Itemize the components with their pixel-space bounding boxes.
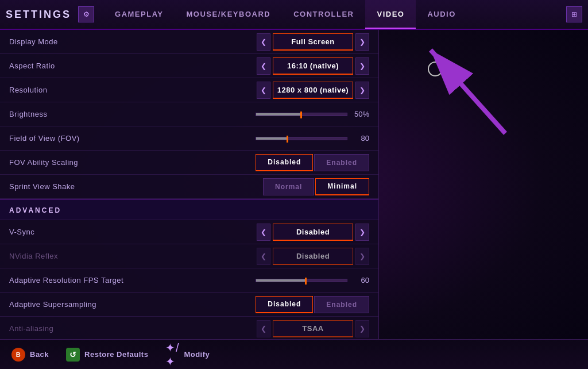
resolution-control: ❮ 1280 x 800 (native) ❯ bbox=[257, 82, 369, 99]
back-label: Back bbox=[30, 350, 49, 359]
adaptive-res-fps-fill bbox=[256, 279, 306, 282]
setting-aspect-ratio: Aspect Ratio ❮ 16:10 (native) ❯ bbox=[0, 54, 378, 78]
adaptive-res-fps-track[interactable] bbox=[256, 279, 347, 282]
anti-aliasing-value: TSAA bbox=[273, 320, 353, 337]
setting-adaptive-res-fps: Adaptive Resolution FPS Target 60 bbox=[0, 268, 378, 293]
display-mode-label: Display Mode bbox=[9, 37, 257, 46]
nvidia-reflex-control: ❮ Disabled ❯ bbox=[257, 248, 369, 265]
modify-btn-icon: ✦/✦ bbox=[165, 348, 179, 362]
advanced-section-header: ADVANCED bbox=[0, 199, 378, 220]
display-mode-right[interactable]: ❯ bbox=[355, 33, 369, 51]
restore-action[interactable]: ↺ Restore Defaults bbox=[66, 348, 148, 362]
aspect-ratio-left[interactable]: ❮ bbox=[257, 57, 270, 75]
circle-indicator bbox=[428, 62, 443, 76]
fov-ability-scaling-disabled[interactable]: Disabled bbox=[256, 154, 313, 171]
right-panel bbox=[379, 30, 588, 369]
anti-aliasing-right[interactable]: ❯ bbox=[355, 320, 369, 337]
restore-label: Restore Defaults bbox=[84, 350, 148, 359]
sprint-view-shake-normal[interactable]: Normal bbox=[263, 178, 314, 195]
app-container: SETTINGS ⚙ GAMEPLAY MOUSE/KEYBOARD CONTR… bbox=[0, 0, 588, 369]
vsync-left[interactable]: ❮ bbox=[257, 224, 270, 241]
vsync-value: Disabled bbox=[273, 224, 353, 241]
tab-controller[interactable]: CONTROLLER bbox=[282, 0, 365, 29]
aspect-ratio-control: ❮ 16:10 (native) ❯ bbox=[257, 57, 369, 75]
back-action[interactable]: B Back bbox=[11, 348, 49, 362]
adaptive-supersampling-disabled[interactable]: Disabled bbox=[256, 296, 313, 313]
display-mode-value: Full Screen bbox=[273, 33, 353, 51]
modify-action[interactable]: ✦/✦ Modify bbox=[165, 348, 210, 362]
adaptive-res-fps-control: 60 bbox=[256, 276, 369, 285]
nvidia-reflex-value: Disabled bbox=[273, 248, 353, 265]
settings-panel: Display Mode ❮ Full Screen ❯ Aspect Rati… bbox=[0, 30, 379, 369]
brightness-control: 50% bbox=[256, 110, 369, 118]
setting-brightness: Brightness 50% bbox=[0, 102, 378, 126]
adaptive-res-fps-label: Adaptive Resolution FPS Target bbox=[9, 276, 256, 285]
vsync-control: ❮ Disabled ❯ bbox=[257, 224, 369, 241]
brightness-value: 50% bbox=[352, 110, 369, 118]
brightness-track[interactable] bbox=[256, 113, 347, 116]
display-mode-control: ❮ Full Screen ❯ bbox=[257, 33, 369, 51]
tab-mouse-keyboard[interactable]: MOUSE/KEYBOARD bbox=[175, 0, 283, 29]
fov-control: 80 bbox=[256, 134, 369, 143]
aspect-ratio-label: Aspect Ratio bbox=[9, 62, 257, 70]
anti-aliasing-label: Anti-aliasing bbox=[9, 324, 257, 333]
fov-value: 80 bbox=[352, 134, 369, 143]
bottom-bar: B Back ↺ Restore Defaults ✦/✦ Modify bbox=[0, 339, 588, 369]
setting-display-mode: Display Mode ❮ Full Screen ❯ bbox=[0, 30, 378, 54]
restore-btn-icon: ↺ bbox=[66, 348, 80, 362]
sprint-view-shake-minimal[interactable]: Minimal bbox=[315, 178, 369, 195]
setting-fov-ability-scaling: FOV Ability Scaling Disabled Enabled bbox=[0, 151, 378, 175]
aspect-ratio-value: 16:10 (native) bbox=[273, 57, 353, 75]
sprint-view-shake-toggle: Normal Minimal bbox=[263, 178, 369, 195]
brightness-label: Brightness bbox=[9, 110, 256, 118]
brightness-fill bbox=[256, 113, 301, 116]
adaptive-res-fps-value: 60 bbox=[352, 276, 369, 285]
nvidia-reflex-label: NVidia Reflex bbox=[9, 252, 257, 260]
fov-track[interactable] bbox=[256, 137, 347, 140]
fov-label: Field of View (FOV) bbox=[9, 134, 256, 143]
nav-right-icon[interactable]: ⊞ bbox=[566, 6, 582, 22]
tab-gameplay[interactable]: GAMEPLAY bbox=[103, 0, 175, 29]
settings-icon[interactable]: ⚙ bbox=[78, 6, 94, 22]
advanced-title: ADVANCED bbox=[9, 206, 61, 214]
setting-adaptive-supersampling: Adaptive Supersampling Disabled Enabled bbox=[0, 293, 378, 317]
display-mode-left[interactable]: ❮ bbox=[257, 33, 270, 51]
anti-aliasing-control: ❮ TSAA ❯ bbox=[257, 320, 369, 337]
setting-vsync: V-Sync ❮ Disabled ❯ bbox=[0, 220, 378, 244]
vsync-right[interactable]: ❯ bbox=[355, 224, 369, 241]
fov-ability-scaling-enabled[interactable]: Enabled bbox=[314, 154, 369, 171]
setting-nvidia-reflex: NVidia Reflex ❮ Disabled ❯ bbox=[0, 244, 378, 268]
resolution-left[interactable]: ❮ bbox=[257, 82, 270, 99]
settings-title: SETTINGS bbox=[6, 9, 71, 21]
tab-video[interactable]: VIDEO bbox=[365, 0, 416, 29]
main-content: Display Mode ❮ Full Screen ❯ Aspect Rati… bbox=[0, 30, 588, 369]
fov-ability-scaling-toggle: Disabled Enabled bbox=[256, 154, 369, 171]
nvidia-reflex-left[interactable]: ❮ bbox=[257, 248, 270, 265]
modify-label: Modify bbox=[184, 350, 210, 359]
svg-line-1 bbox=[431, 50, 505, 133]
setting-resolution: Resolution ❮ 1280 x 800 (native) ❯ bbox=[0, 78, 378, 102]
setting-fov: Field of View (FOV) 80 bbox=[0, 126, 378, 151]
nav-bar: SETTINGS ⚙ GAMEPLAY MOUSE/KEYBOARD CONTR… bbox=[0, 0, 588, 30]
anti-aliasing-left[interactable]: ❮ bbox=[257, 320, 270, 337]
resolution-label: Resolution bbox=[9, 86, 257, 94]
adaptive-supersampling-toggle: Disabled Enabled bbox=[256, 296, 369, 313]
tab-audio[interactable]: AUDIO bbox=[416, 0, 467, 29]
aspect-ratio-right[interactable]: ❯ bbox=[355, 57, 369, 75]
annotation-arrow bbox=[396, 36, 511, 139]
adaptive-supersampling-label: Adaptive Supersampling bbox=[9, 300, 256, 309]
back-btn-icon: B bbox=[11, 348, 25, 362]
vsync-label: V-Sync bbox=[9, 228, 257, 236]
setting-anti-aliasing: Anti-aliasing ❮ TSAA ❯ bbox=[0, 317, 378, 341]
adaptive-supersampling-enabled[interactable]: Enabled bbox=[314, 296, 369, 313]
fov-fill bbox=[256, 137, 288, 140]
fov-ability-scaling-label: FOV Ability Scaling bbox=[9, 158, 256, 167]
resolution-right[interactable]: ❯ bbox=[355, 82, 369, 99]
sprint-view-shake-label: Sprint View Shake bbox=[9, 182, 263, 191]
setting-sprint-view-shake: Sprint View Shake Normal Minimal bbox=[0, 175, 378, 199]
resolution-value: 1280 x 800 (native) bbox=[273, 82, 353, 99]
nav-tabs: GAMEPLAY MOUSE/KEYBOARD CONTROLLER VIDEO… bbox=[103, 0, 467, 29]
nvidia-reflex-right[interactable]: ❯ bbox=[355, 248, 369, 265]
